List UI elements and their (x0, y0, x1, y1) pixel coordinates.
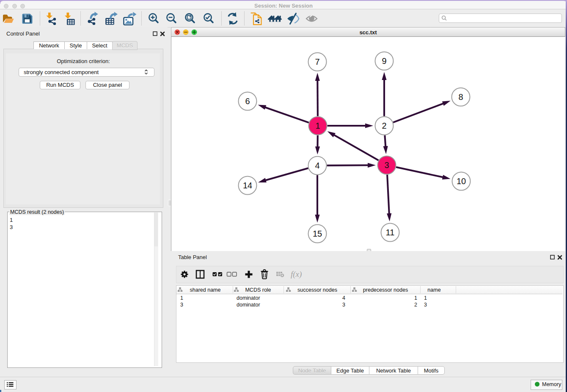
svg-text:7: 7 (315, 57, 319, 66)
svg-text:2: 2 (382, 121, 386, 130)
svg-text:1: 1 (315, 121, 320, 130)
svg-text:6: 6 (245, 97, 250, 106)
svg-text:f(x): f(x) (291, 270, 302, 279)
svg-text:9: 9 (382, 56, 386, 66)
svg-text:10: 10 (457, 177, 466, 186)
svg-text:3: 3 (384, 160, 389, 170)
svg-text:MCDS role: MCDS role (245, 287, 271, 293)
svg-text:11: 11 (386, 228, 395, 237)
svg-text:4: 4 (315, 161, 319, 170)
svg-text:shared name: shared name (190, 287, 221, 293)
svg-text:15: 15 (313, 229, 322, 238)
svg-text:name: name (427, 287, 440, 293)
svg-text:14: 14 (243, 181, 252, 190)
svg-text:successor nodes: successor nodes (297, 287, 337, 293)
svg-text:8: 8 (458, 92, 463, 102)
svg-text:predecessor nodes: predecessor nodes (363, 287, 408, 293)
